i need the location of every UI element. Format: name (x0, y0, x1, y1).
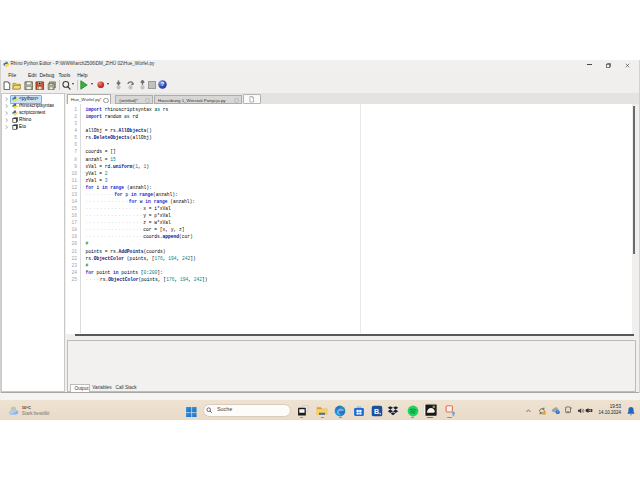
svg-text:?: ? (161, 81, 165, 87)
svg-text:B: B (374, 407, 379, 415)
